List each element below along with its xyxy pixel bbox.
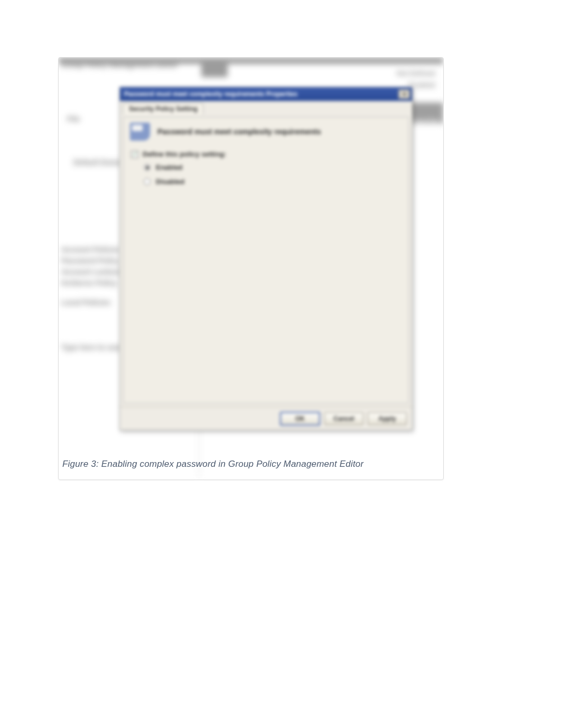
properties-dialog: Password must meet complexity requiremen… [119,87,413,430]
dialog-titlebar: Password must meet complexity requiremen… [120,87,412,101]
radio-disabled[interactable] [144,178,151,185]
radio-disabled-label: Disabled [156,178,184,186]
enable-disable-group: Enabled Disabled [144,163,402,186]
bg-menu-file[interactable]: File [67,115,80,123]
close-button[interactable]: ✕ [398,89,410,99]
bg-value-notdefined: Not Defined [397,69,435,77]
close-icon: ✕ [402,91,407,98]
cancel-button[interactable]: Cancel [324,412,363,425]
define-policy-checkbox[interactable]: ✓ [131,151,138,158]
bg-window-title: Group Policy Management Editor [61,61,178,69]
dialog-title: Password must meet complexity requiremen… [124,90,297,98]
radio-row-disabled: Disabled [144,178,402,186]
radio-row-enabled: Enabled [144,163,402,171]
bg-tree-item[interactable]: Password Policy [61,256,120,265]
policy-name-label: Password must meet complexity requiremen… [157,127,321,136]
ok-button[interactable]: OK [280,412,320,426]
bg-tree-item[interactable]: Account Policies [61,245,121,254]
dialog-button-row: OK Cancel Apply [120,407,412,430]
screenshot-frame: Group Policy Management Editor File Not … [58,57,444,480]
bg-tree-item[interactable]: Kerberos Policy [61,279,118,287]
figure-caption: Figure 3: Enabling complex password in G… [62,459,363,469]
policy-header-row: Password must meet complexity requiremen… [130,123,402,141]
define-policy-row: ✓ Define this policy setting: [131,150,402,158]
tab-strip: Security Policy Setting [120,101,412,117]
policy-icon [130,123,150,141]
dialog-body: Password must meet complexity requiremen… [123,117,409,403]
define-policy-label: Define this policy setting: [143,150,226,158]
bg-value-enabled: Enabled [408,81,435,89]
tab-security-policy-setting[interactable]: Security Policy Setting [123,103,203,114]
apply-button[interactable]: Apply [368,412,407,425]
radio-enabled[interactable] [144,164,151,171]
bg-tree-item[interactable]: Local Policies [61,298,110,307]
bg-divider [199,422,200,480]
radio-enabled-label: Enabled [156,163,183,171]
bg-icon-block [201,59,228,77]
